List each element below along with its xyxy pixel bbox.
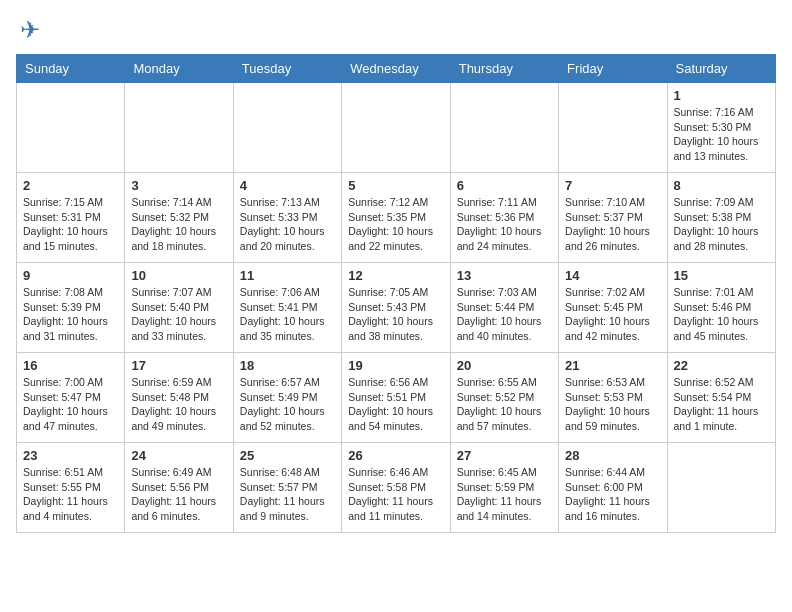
day-number: 19	[348, 358, 443, 373]
calendar-cell: 5Sunrise: 7:12 AM Sunset: 5:35 PM Daylig…	[342, 173, 450, 263]
day-info: Sunrise: 6:59 AM Sunset: 5:48 PM Dayligh…	[131, 375, 226, 434]
calendar-cell: 6Sunrise: 7:11 AM Sunset: 5:36 PM Daylig…	[450, 173, 558, 263]
calendar-cell: 23Sunrise: 6:51 AM Sunset: 5:55 PM Dayli…	[17, 443, 125, 533]
day-number: 9	[23, 268, 118, 283]
calendar-cell: 28Sunrise: 6:44 AM Sunset: 6:00 PM Dayli…	[559, 443, 667, 533]
logo: ✈	[16, 16, 40, 44]
day-number: 21	[565, 358, 660, 373]
day-number: 16	[23, 358, 118, 373]
calendar-cell: 4Sunrise: 7:13 AM Sunset: 5:33 PM Daylig…	[233, 173, 341, 263]
day-number: 18	[240, 358, 335, 373]
calendar-cell: 26Sunrise: 6:46 AM Sunset: 5:58 PM Dayli…	[342, 443, 450, 533]
calendar-cell: 22Sunrise: 6:52 AM Sunset: 5:54 PM Dayli…	[667, 353, 775, 443]
calendar-cell	[559, 83, 667, 173]
day-info: Sunrise: 6:49 AM Sunset: 5:56 PM Dayligh…	[131, 465, 226, 524]
calendar-cell: 2Sunrise: 7:15 AM Sunset: 5:31 PM Daylig…	[17, 173, 125, 263]
calendar-header-sunday: Sunday	[17, 55, 125, 83]
calendar-week-1: 2Sunrise: 7:15 AM Sunset: 5:31 PM Daylig…	[17, 173, 776, 263]
calendar-cell: 7Sunrise: 7:10 AM Sunset: 5:37 PM Daylig…	[559, 173, 667, 263]
day-info: Sunrise: 7:16 AM Sunset: 5:30 PM Dayligh…	[674, 105, 769, 164]
calendar-cell	[233, 83, 341, 173]
logo-bird-icon: ✈	[20, 16, 40, 44]
day-info: Sunrise: 6:56 AM Sunset: 5:51 PM Dayligh…	[348, 375, 443, 434]
calendar-cell	[667, 443, 775, 533]
day-number: 2	[23, 178, 118, 193]
calendar-cell: 11Sunrise: 7:06 AM Sunset: 5:41 PM Dayli…	[233, 263, 341, 353]
calendar-week-2: 9Sunrise: 7:08 AM Sunset: 5:39 PM Daylig…	[17, 263, 776, 353]
calendar-cell: 16Sunrise: 7:00 AM Sunset: 5:47 PM Dayli…	[17, 353, 125, 443]
calendar-header-row: SundayMondayTuesdayWednesdayThursdayFrid…	[17, 55, 776, 83]
calendar-cell: 15Sunrise: 7:01 AM Sunset: 5:46 PM Dayli…	[667, 263, 775, 353]
calendar-table: SundayMondayTuesdayWednesdayThursdayFrid…	[16, 54, 776, 533]
day-info: Sunrise: 6:55 AM Sunset: 5:52 PM Dayligh…	[457, 375, 552, 434]
calendar-header-tuesday: Tuesday	[233, 55, 341, 83]
calendar-cell: 17Sunrise: 6:59 AM Sunset: 5:48 PM Dayli…	[125, 353, 233, 443]
day-number: 17	[131, 358, 226, 373]
day-info: Sunrise: 7:06 AM Sunset: 5:41 PM Dayligh…	[240, 285, 335, 344]
day-number: 13	[457, 268, 552, 283]
calendar-header-thursday: Thursday	[450, 55, 558, 83]
calendar-cell: 27Sunrise: 6:45 AM Sunset: 5:59 PM Dayli…	[450, 443, 558, 533]
calendar-cell: 10Sunrise: 7:07 AM Sunset: 5:40 PM Dayli…	[125, 263, 233, 353]
day-number: 8	[674, 178, 769, 193]
day-info: Sunrise: 7:00 AM Sunset: 5:47 PM Dayligh…	[23, 375, 118, 434]
day-info: Sunrise: 6:44 AM Sunset: 6:00 PM Dayligh…	[565, 465, 660, 524]
day-number: 12	[348, 268, 443, 283]
calendar-cell: 3Sunrise: 7:14 AM Sunset: 5:32 PM Daylig…	[125, 173, 233, 263]
day-info: Sunrise: 7:12 AM Sunset: 5:35 PM Dayligh…	[348, 195, 443, 254]
day-number: 26	[348, 448, 443, 463]
day-info: Sunrise: 6:53 AM Sunset: 5:53 PM Dayligh…	[565, 375, 660, 434]
calendar-header-friday: Friday	[559, 55, 667, 83]
day-number: 7	[565, 178, 660, 193]
day-number: 15	[674, 268, 769, 283]
day-info: Sunrise: 6:52 AM Sunset: 5:54 PM Dayligh…	[674, 375, 769, 434]
day-info: Sunrise: 7:03 AM Sunset: 5:44 PM Dayligh…	[457, 285, 552, 344]
day-number: 3	[131, 178, 226, 193]
calendar-cell: 12Sunrise: 7:05 AM Sunset: 5:43 PM Dayli…	[342, 263, 450, 353]
calendar-cell: 1Sunrise: 7:16 AM Sunset: 5:30 PM Daylig…	[667, 83, 775, 173]
calendar-cell: 20Sunrise: 6:55 AM Sunset: 5:52 PM Dayli…	[450, 353, 558, 443]
day-info: Sunrise: 7:05 AM Sunset: 5:43 PM Dayligh…	[348, 285, 443, 344]
day-info: Sunrise: 7:14 AM Sunset: 5:32 PM Dayligh…	[131, 195, 226, 254]
calendar-cell	[342, 83, 450, 173]
day-info: Sunrise: 6:57 AM Sunset: 5:49 PM Dayligh…	[240, 375, 335, 434]
calendar-week-0: 1Sunrise: 7:16 AM Sunset: 5:30 PM Daylig…	[17, 83, 776, 173]
calendar-cell: 21Sunrise: 6:53 AM Sunset: 5:53 PM Dayli…	[559, 353, 667, 443]
calendar-cell: 14Sunrise: 7:02 AM Sunset: 5:45 PM Dayli…	[559, 263, 667, 353]
day-info: Sunrise: 6:46 AM Sunset: 5:58 PM Dayligh…	[348, 465, 443, 524]
day-number: 10	[131, 268, 226, 283]
day-number: 23	[23, 448, 118, 463]
day-info: Sunrise: 7:13 AM Sunset: 5:33 PM Dayligh…	[240, 195, 335, 254]
calendar-header-saturday: Saturday	[667, 55, 775, 83]
calendar-week-3: 16Sunrise: 7:00 AM Sunset: 5:47 PM Dayli…	[17, 353, 776, 443]
day-number: 27	[457, 448, 552, 463]
day-info: Sunrise: 7:02 AM Sunset: 5:45 PM Dayligh…	[565, 285, 660, 344]
calendar-cell: 25Sunrise: 6:48 AM Sunset: 5:57 PM Dayli…	[233, 443, 341, 533]
day-info: Sunrise: 6:51 AM Sunset: 5:55 PM Dayligh…	[23, 465, 118, 524]
calendar-header-monday: Monday	[125, 55, 233, 83]
day-number: 24	[131, 448, 226, 463]
day-info: Sunrise: 7:01 AM Sunset: 5:46 PM Dayligh…	[674, 285, 769, 344]
day-number: 20	[457, 358, 552, 373]
day-info: Sunrise: 7:11 AM Sunset: 5:36 PM Dayligh…	[457, 195, 552, 254]
day-number: 14	[565, 268, 660, 283]
day-info: Sunrise: 7:07 AM Sunset: 5:40 PM Dayligh…	[131, 285, 226, 344]
calendar-cell: 18Sunrise: 6:57 AM Sunset: 5:49 PM Dayli…	[233, 353, 341, 443]
day-info: Sunrise: 6:45 AM Sunset: 5:59 PM Dayligh…	[457, 465, 552, 524]
calendar-week-4: 23Sunrise: 6:51 AM Sunset: 5:55 PM Dayli…	[17, 443, 776, 533]
calendar-cell: 19Sunrise: 6:56 AM Sunset: 5:51 PM Dayli…	[342, 353, 450, 443]
day-info: Sunrise: 7:10 AM Sunset: 5:37 PM Dayligh…	[565, 195, 660, 254]
day-number: 25	[240, 448, 335, 463]
calendar-cell: 13Sunrise: 7:03 AM Sunset: 5:44 PM Dayli…	[450, 263, 558, 353]
day-info: Sunrise: 7:09 AM Sunset: 5:38 PM Dayligh…	[674, 195, 769, 254]
day-number: 28	[565, 448, 660, 463]
calendar-cell	[450, 83, 558, 173]
day-info: Sunrise: 7:08 AM Sunset: 5:39 PM Dayligh…	[23, 285, 118, 344]
day-info: Sunrise: 7:15 AM Sunset: 5:31 PM Dayligh…	[23, 195, 118, 254]
day-number: 6	[457, 178, 552, 193]
day-number: 11	[240, 268, 335, 283]
day-number: 1	[674, 88, 769, 103]
calendar-cell	[17, 83, 125, 173]
calendar-cell: 24Sunrise: 6:49 AM Sunset: 5:56 PM Dayli…	[125, 443, 233, 533]
day-number: 22	[674, 358, 769, 373]
